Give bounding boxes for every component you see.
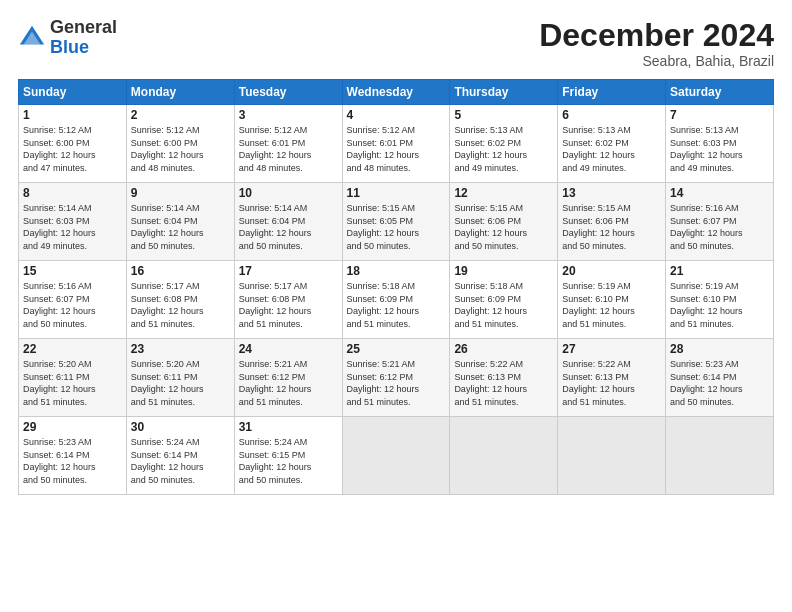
calendar-cell: 15Sunrise: 5:16 AM Sunset: 6:07 PM Dayli…: [19, 261, 127, 339]
day-number: 1: [23, 108, 122, 122]
month-title: December 2024: [539, 18, 774, 53]
logo: General Blue: [18, 18, 117, 58]
calendar-cell: 21Sunrise: 5:19 AM Sunset: 6:10 PM Dayli…: [666, 261, 774, 339]
day-number: 15: [23, 264, 122, 278]
day-info: Sunrise: 5:22 AM Sunset: 6:13 PM Dayligh…: [454, 358, 553, 408]
day-info: Sunrise: 5:14 AM Sunset: 6:03 PM Dayligh…: [23, 202, 122, 252]
day-info: Sunrise: 5:12 AM Sunset: 6:00 PM Dayligh…: [131, 124, 230, 174]
logo-text: General Blue: [50, 18, 117, 58]
day-info: Sunrise: 5:12 AM Sunset: 6:01 PM Dayligh…: [239, 124, 338, 174]
day-number: 28: [670, 342, 769, 356]
day-number: 22: [23, 342, 122, 356]
day-number: 7: [670, 108, 769, 122]
day-info: Sunrise: 5:24 AM Sunset: 6:14 PM Dayligh…: [131, 436, 230, 486]
logo-icon: [18, 24, 46, 52]
day-info: Sunrise: 5:14 AM Sunset: 6:04 PM Dayligh…: [131, 202, 230, 252]
day-info: Sunrise: 5:16 AM Sunset: 6:07 PM Dayligh…: [670, 202, 769, 252]
calendar-cell: 13Sunrise: 5:15 AM Sunset: 6:06 PM Dayli…: [558, 183, 666, 261]
col-monday: Monday: [126, 80, 234, 105]
day-number: 20: [562, 264, 661, 278]
calendar-week-4: 22Sunrise: 5:20 AM Sunset: 6:11 PM Dayli…: [19, 339, 774, 417]
calendar-cell: 6Sunrise: 5:13 AM Sunset: 6:02 PM Daylig…: [558, 105, 666, 183]
col-saturday: Saturday: [666, 80, 774, 105]
day-number: 23: [131, 342, 230, 356]
calendar-cell: 19Sunrise: 5:18 AM Sunset: 6:09 PM Dayli…: [450, 261, 558, 339]
logo-general: General: [50, 17, 117, 37]
day-info: Sunrise: 5:22 AM Sunset: 6:13 PM Dayligh…: [562, 358, 661, 408]
day-info: Sunrise: 5:15 AM Sunset: 6:05 PM Dayligh…: [347, 202, 446, 252]
day-number: 12: [454, 186, 553, 200]
calendar-cell: 14Sunrise: 5:16 AM Sunset: 6:07 PM Dayli…: [666, 183, 774, 261]
calendar-week-1: 1Sunrise: 5:12 AM Sunset: 6:00 PM Daylig…: [19, 105, 774, 183]
calendar-cell: 25Sunrise: 5:21 AM Sunset: 6:12 PM Dayli…: [342, 339, 450, 417]
day-number: 14: [670, 186, 769, 200]
day-number: 19: [454, 264, 553, 278]
calendar-cell: 8Sunrise: 5:14 AM Sunset: 6:03 PM Daylig…: [19, 183, 127, 261]
calendar-cell: 3Sunrise: 5:12 AM Sunset: 6:01 PM Daylig…: [234, 105, 342, 183]
day-info: Sunrise: 5:20 AM Sunset: 6:11 PM Dayligh…: [23, 358, 122, 408]
day-number: 8: [23, 186, 122, 200]
day-number: 16: [131, 264, 230, 278]
day-number: 24: [239, 342, 338, 356]
day-number: 2: [131, 108, 230, 122]
calendar-cell: 27Sunrise: 5:22 AM Sunset: 6:13 PM Dayli…: [558, 339, 666, 417]
col-thursday: Thursday: [450, 80, 558, 105]
calendar-cell: [558, 417, 666, 495]
day-info: Sunrise: 5:13 AM Sunset: 6:03 PM Dayligh…: [670, 124, 769, 174]
day-number: 18: [347, 264, 446, 278]
day-info: Sunrise: 5:18 AM Sunset: 6:09 PM Dayligh…: [347, 280, 446, 330]
calendar-cell: 22Sunrise: 5:20 AM Sunset: 6:11 PM Dayli…: [19, 339, 127, 417]
day-info: Sunrise: 5:19 AM Sunset: 6:10 PM Dayligh…: [562, 280, 661, 330]
day-info: Sunrise: 5:15 AM Sunset: 6:06 PM Dayligh…: [562, 202, 661, 252]
calendar-cell: 9Sunrise: 5:14 AM Sunset: 6:04 PM Daylig…: [126, 183, 234, 261]
day-info: Sunrise: 5:13 AM Sunset: 6:02 PM Dayligh…: [562, 124, 661, 174]
col-friday: Friday: [558, 80, 666, 105]
day-number: 6: [562, 108, 661, 122]
calendar-cell: 20Sunrise: 5:19 AM Sunset: 6:10 PM Dayli…: [558, 261, 666, 339]
col-wednesday: Wednesday: [342, 80, 450, 105]
calendar-header-row: Sunday Monday Tuesday Wednesday Thursday…: [19, 80, 774, 105]
day-number: 9: [131, 186, 230, 200]
day-info: Sunrise: 5:23 AM Sunset: 6:14 PM Dayligh…: [23, 436, 122, 486]
calendar-cell: 31Sunrise: 5:24 AM Sunset: 6:15 PM Dayli…: [234, 417, 342, 495]
day-number: 27: [562, 342, 661, 356]
day-number: 13: [562, 186, 661, 200]
day-info: Sunrise: 5:13 AM Sunset: 6:02 PM Dayligh…: [454, 124, 553, 174]
col-sunday: Sunday: [19, 80, 127, 105]
day-info: Sunrise: 5:12 AM Sunset: 6:01 PM Dayligh…: [347, 124, 446, 174]
day-info: Sunrise: 5:19 AM Sunset: 6:10 PM Dayligh…: [670, 280, 769, 330]
day-number: 5: [454, 108, 553, 122]
calendar-cell: 18Sunrise: 5:18 AM Sunset: 6:09 PM Dayli…: [342, 261, 450, 339]
calendar-cell: [666, 417, 774, 495]
day-info: Sunrise: 5:18 AM Sunset: 6:09 PM Dayligh…: [454, 280, 553, 330]
day-number: 10: [239, 186, 338, 200]
day-info: Sunrise: 5:24 AM Sunset: 6:15 PM Dayligh…: [239, 436, 338, 486]
calendar-cell: 12Sunrise: 5:15 AM Sunset: 6:06 PM Dayli…: [450, 183, 558, 261]
logo-blue: Blue: [50, 37, 89, 57]
subtitle: Seabra, Bahia, Brazil: [539, 53, 774, 69]
day-info: Sunrise: 5:17 AM Sunset: 6:08 PM Dayligh…: [131, 280, 230, 330]
calendar-cell: 11Sunrise: 5:15 AM Sunset: 6:05 PM Dayli…: [342, 183, 450, 261]
day-info: Sunrise: 5:17 AM Sunset: 6:08 PM Dayligh…: [239, 280, 338, 330]
calendar-cell: 28Sunrise: 5:23 AM Sunset: 6:14 PM Dayli…: [666, 339, 774, 417]
day-number: 11: [347, 186, 446, 200]
calendar-cell: 30Sunrise: 5:24 AM Sunset: 6:14 PM Dayli…: [126, 417, 234, 495]
title-block: December 2024 Seabra, Bahia, Brazil: [539, 18, 774, 69]
day-number: 31: [239, 420, 338, 434]
calendar-week-5: 29Sunrise: 5:23 AM Sunset: 6:14 PM Dayli…: [19, 417, 774, 495]
header: General Blue December 2024 Seabra, Bahia…: [18, 18, 774, 69]
day-number: 26: [454, 342, 553, 356]
day-info: Sunrise: 5:23 AM Sunset: 6:14 PM Dayligh…: [670, 358, 769, 408]
calendar-cell: [342, 417, 450, 495]
calendar-cell: 5Sunrise: 5:13 AM Sunset: 6:02 PM Daylig…: [450, 105, 558, 183]
day-number: 4: [347, 108, 446, 122]
day-number: 21: [670, 264, 769, 278]
day-info: Sunrise: 5:15 AM Sunset: 6:06 PM Dayligh…: [454, 202, 553, 252]
calendar-cell: 4Sunrise: 5:12 AM Sunset: 6:01 PM Daylig…: [342, 105, 450, 183]
day-number: 30: [131, 420, 230, 434]
calendar-week-3: 15Sunrise: 5:16 AM Sunset: 6:07 PM Dayli…: [19, 261, 774, 339]
day-number: 25: [347, 342, 446, 356]
calendar-cell: 29Sunrise: 5:23 AM Sunset: 6:14 PM Dayli…: [19, 417, 127, 495]
calendar-cell: 23Sunrise: 5:20 AM Sunset: 6:11 PM Dayli…: [126, 339, 234, 417]
day-info: Sunrise: 5:12 AM Sunset: 6:00 PM Dayligh…: [23, 124, 122, 174]
